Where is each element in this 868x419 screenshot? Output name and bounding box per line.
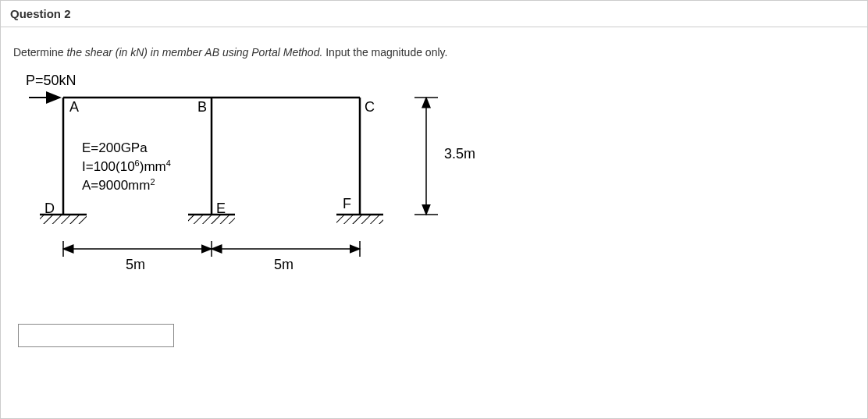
svg-rect-13	[336, 215, 383, 224]
horizontal-dimensions: 5m 5m	[63, 241, 360, 272]
question-body: Determine the shear (in kN) in member AB…	[1, 27, 867, 366]
frame-members	[63, 98, 360, 215]
prompt-post: Input the magnitude only.	[322, 46, 447, 59]
prop-a: A=9000mm2	[82, 177, 155, 193]
prop-e: E=200GPa	[82, 140, 148, 155]
node-d: D	[44, 201, 55, 216]
answer-input[interactable]	[18, 324, 174, 347]
dim-span2: 5m	[274, 257, 293, 272]
supports	[40, 215, 383, 224]
answer-row	[18, 324, 855, 347]
dim-height: 3.5m	[444, 146, 475, 162]
node-b: B	[197, 99, 207, 115]
svg-rect-11	[188, 215, 235, 224]
vertical-dimension: 3.5m	[414, 98, 475, 215]
section-properties: E=200GPa I=100(106)mm4 A=9000mm2	[82, 140, 171, 193]
question-prompt: Determine the shear (in kN) in member AB…	[13, 46, 855, 59]
prompt-pre: Determine	[13, 46, 66, 59]
node-e: E	[216, 201, 226, 216]
node-f: F	[343, 196, 351, 211]
question-container: Question 2 Determine the shear (in kN) i…	[0, 0, 868, 419]
question-title: Question 2	[10, 7, 71, 20]
load-label: P=50kN	[26, 74, 76, 88]
node-c: C	[365, 99, 375, 115]
node-a: A	[69, 99, 79, 115]
node-labels: A B C D E F	[44, 99, 375, 216]
applied-load: P=50kN	[26, 74, 76, 98]
diagram-svg: P=50kN A B C D E F E=200GPa I=100(106)mm…	[16, 74, 500, 308]
structural-diagram: P=50kN A B C D E F E=200GPa I=100(106)mm…	[16, 74, 500, 300]
dim-span1: 5m	[126, 257, 145, 272]
prompt-emphasis: the shear (in kN) in member AB using Por…	[66, 46, 322, 59]
prop-i: I=100(106)mm4	[82, 158, 171, 174]
question-header: Question 2	[1, 1, 867, 27]
